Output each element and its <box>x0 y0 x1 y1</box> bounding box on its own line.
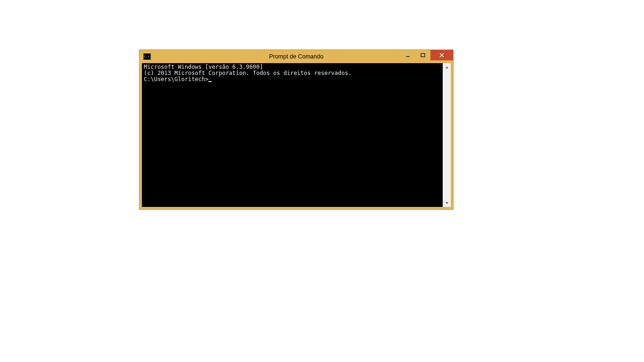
window-controls <box>400 50 453 60</box>
cmd-icon <box>143 53 151 60</box>
scroll-track[interactable] <box>443 71 451 199</box>
minimize-icon <box>405 53 410 58</box>
scroll-down-arrow-icon[interactable] <box>443 199 451 207</box>
vertical-scrollbar[interactable] <box>443 63 451 207</box>
console-prompt: C:\Users\Gloritech> <box>144 76 208 82</box>
console-output[interactable]: Microsoft Windows [versão 6.3.9600](c) 2… <box>142 63 443 207</box>
minimize-button[interactable] <box>400 50 415 60</box>
command-prompt-window: Prompt de Comando Microsoft Windows [ver <box>139 49 454 210</box>
client-area: Microsoft Windows [versão 6.3.9600](c) 2… <box>142 63 451 207</box>
scroll-thumb[interactable] <box>443 71 451 199</box>
svg-rect-1 <box>421 54 425 57</box>
scroll-up-arrow-icon[interactable] <box>443 63 451 71</box>
close-icon <box>439 53 444 58</box>
console-prompt-line: C:\Users\Gloritech> <box>144 76 441 82</box>
maximize-icon <box>421 53 425 58</box>
titlebar[interactable]: Prompt de Comando <box>140 50 453 63</box>
maximize-button[interactable] <box>415 50 430 60</box>
close-button[interactable] <box>430 50 453 60</box>
cursor <box>208 81 212 82</box>
